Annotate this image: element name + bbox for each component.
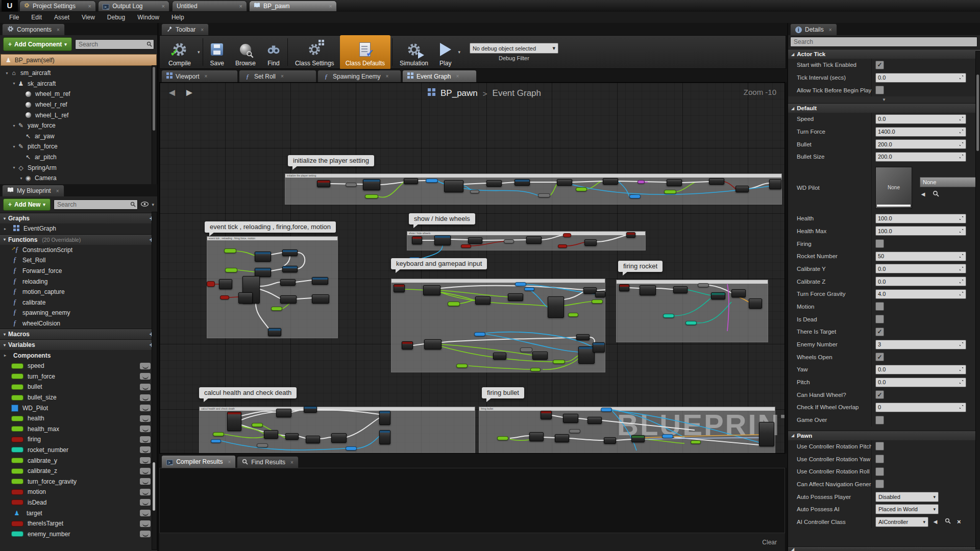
number-field[interactable]: 0.0	[875, 277, 966, 286]
menu-view[interactable]: View	[76, 14, 101, 21]
titlebar-tab-output-log[interactable]: >_Output Log×	[98, 1, 169, 11]
graph-pin-node[interactable]	[224, 248, 236, 253]
number-field[interactable]: 4.0	[875, 289, 966, 299]
close-icon[interactable]: ×	[829, 27, 832, 33]
add-component-button[interactable]: + Add Component ▾	[3, 37, 72, 51]
graph-pin-node[interactable]	[461, 244, 471, 248]
variable-item-health[interactable]: health	[0, 413, 157, 424]
graph-node[interactable]	[379, 430, 390, 444]
graph-pin-node[interactable]	[553, 360, 565, 364]
titlebar-tab-project-settings[interactable]: Project Settings×	[19, 1, 96, 11]
graph-pin-node[interactable]	[558, 244, 567, 248]
graph-node[interactable]	[548, 296, 564, 318]
graph-node[interactable]	[238, 292, 253, 304]
graph-node[interactable]	[282, 266, 298, 272]
back-arrow-icon[interactable]: ◄	[920, 190, 926, 198]
number-field[interactable]: 1400.0	[875, 127, 966, 137]
debug-object-dropdown[interactable]: No debug object selected▾	[470, 43, 558, 54]
checkbox[interactable]	[875, 315, 884, 323]
eye-icon[interactable]	[141, 201, 149, 208]
graph-pin-node[interactable]	[685, 321, 697, 325]
tree-item-wheel_L_ref[interactable]: wheel_L_ref	[0, 110, 157, 120]
checkbox[interactable]	[875, 416, 884, 424]
graph-node[interactable]	[526, 236, 542, 244]
graph-node[interactable]	[711, 292, 725, 299]
close-icon[interactable]: ×	[88, 3, 91, 9]
menu-asset[interactable]: Asset	[48, 14, 76, 21]
tab-viewport[interactable]: Viewport×	[161, 70, 238, 82]
graph-item-EventGraph[interactable]: ▸EventGraph	[0, 223, 157, 234]
graph-node[interactable]	[486, 180, 502, 187]
close-icon[interactable]: ×	[281, 73, 284, 79]
eye-closed-icon[interactable]	[140, 425, 151, 432]
graph-node[interactable]	[280, 279, 296, 286]
eye-closed-icon[interactable]	[140, 520, 151, 527]
graph-pin-node[interactable]	[592, 299, 603, 304]
variable-item-target[interactable]: ♟target	[0, 508, 157, 518]
checkbox[interactable]: ✓	[875, 353, 884, 361]
components-search-input[interactable]	[75, 39, 154, 49]
section-header-variables[interactable]: ▾Variables+	[0, 339, 157, 350]
function-item-reloading[interactable]: ƒreloading	[0, 276, 157, 287]
save-button[interactable]: Save	[205, 35, 230, 69]
graph-node[interactable]	[595, 291, 605, 297]
graph-node[interactable]	[731, 289, 746, 297]
close-icon[interactable]: ×	[204, 73, 207, 79]
tab-spawning-enemy[interactable]: ƒSpawning Enemy×	[317, 70, 401, 82]
graph-node[interactable]	[563, 414, 578, 423]
variable-item-WD_Pilot[interactable]: WD_Pilot	[0, 403, 157, 413]
close-icon[interactable]: ×	[290, 460, 293, 465]
number-field[interactable]: 50	[875, 252, 966, 261]
graph-pin-node[interactable]	[576, 187, 587, 191]
number-field[interactable]: 0.0	[875, 264, 966, 273]
graph-node[interactable]	[604, 437, 616, 444]
dropdown[interactable]: AIController▾	[875, 517, 928, 527]
checkbox[interactable]	[875, 467, 884, 476]
close-icon[interactable]: ×	[162, 3, 165, 9]
graph-node[interactable]	[759, 422, 774, 446]
graph-node[interactable]	[673, 286, 688, 293]
function-item-Forward_force[interactable]: ƒForward_force	[0, 266, 157, 277]
variables-group-components[interactable]: ▸Components	[0, 350, 157, 361]
graph-pin-node[interactable]	[211, 439, 221, 443]
graph-pin-node[interactable]	[504, 239, 514, 243]
section-expander[interactable]: ▼	[788, 96, 980, 103]
graph-node[interactable]	[402, 341, 413, 349]
variable-item-calibrate_y[interactable]: calibrate_y	[0, 455, 157, 466]
graph-pin-node[interactable]	[346, 183, 357, 187]
graph-pin-node[interactable]	[520, 347, 532, 352]
graph-node[interactable]	[363, 179, 380, 190]
graph-node[interactable]	[631, 435, 645, 442]
eye-closed-icon[interactable]	[140, 405, 151, 411]
number-field[interactable]: 200.0	[875, 139, 966, 149]
tab-my-blueprint[interactable]: My Blueprint ×	[2, 185, 64, 196]
variable-item-turn_force[interactable]: turn_force	[0, 371, 157, 382]
eye-closed-icon[interactable]	[140, 436, 151, 443]
graph-pin-node[interactable]	[629, 194, 641, 198]
close-icon[interactable]: ×	[329, 3, 332, 9]
number-field[interactable]: 0.0	[875, 73, 966, 83]
close-icon[interactable]: ×	[456, 73, 459, 79]
graph-pin-node[interactable]	[698, 283, 709, 287]
graph-pin-node[interactable]	[568, 313, 578, 317]
graph-node[interactable]	[587, 417, 602, 424]
my-blueprint-search-input[interactable]	[54, 199, 138, 210]
magnifier-icon[interactable]	[945, 518, 951, 525]
variable-item-rocket_number[interactable]: rocket_number	[0, 445, 157, 456]
graph-node[interactable]	[475, 296, 491, 305]
graph-pin-node[interactable]	[530, 368, 541, 371]
graph-node[interactable]	[640, 285, 656, 295]
number-field[interactable]: 100.0	[875, 214, 966, 223]
graph-pin-node[interactable]	[569, 429, 580, 433]
close-icon[interactable]: ×	[385, 73, 388, 79]
tree-item-wheel_m_ref[interactable]: wheel_m_ref	[0, 89, 157, 99]
titlebar-tab-untitled[interactable]: Untitled×	[172, 1, 247, 11]
asset-dropdown[interactable]: None	[920, 177, 980, 187]
details-partial-section-header[interactable]: ◢	[788, 546, 980, 551]
graph-pin-node[interactable]	[271, 307, 282, 311]
checkbox[interactable]	[875, 442, 884, 450]
graph-pin-node[interactable]	[563, 233, 571, 237]
graph-node[interactable]	[557, 179, 572, 186]
comment-label[interactable]: firing bullet	[482, 387, 524, 398]
checkbox[interactable]	[875, 86, 884, 94]
